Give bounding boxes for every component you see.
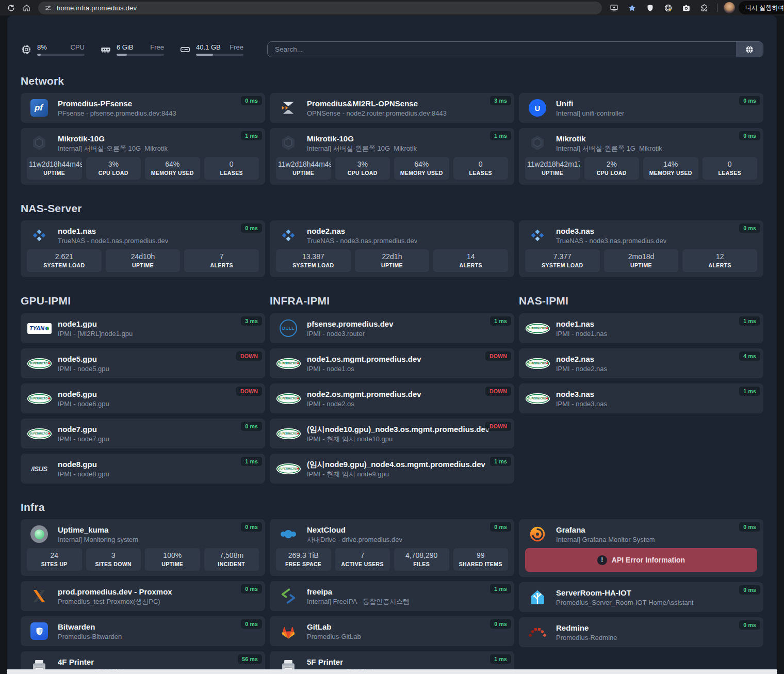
service-card-node1-gpu[interactable]: 3 msTYANnode1.gpuIPMI - [MI2RL]node1.gpu [21, 313, 265, 343]
service-card-serverroom-ha-iot[interactable]: 0 msServerRoom-HA-IOTPromedius_Server_Ro… [519, 582, 763, 612]
service-card-promedius-mi2rl-opnsense[interactable]: 3 msPromedius&MI2RL-OPNSenseOPNSense - n… [270, 93, 514, 123]
stat-value: 7 [337, 551, 388, 560]
service-card-node1-nas[interactable]: 1 msSUPERMICROnode1.nasIPMI - node1.nas [519, 313, 763, 343]
g-circle-icon [664, 4, 673, 12]
service-card-gitlab[interactable]: 0 msGitLabPromedius-GitLab [270, 616, 514, 646]
home-button[interactable] [19, 1, 34, 14]
service-titles: NextCloud사내Drive - drive.promedius.dev [307, 525, 402, 544]
service-title: (임시node10.gpu)_node3.os.mgmt.promedius.d… [307, 424, 489, 434]
service-card-node3-nas[interactable]: 1 msSUPERMICROnode3.nasIPMI - node3.nas [519, 383, 763, 413]
service-card-node3-nas[interactable]: 0 msnode3.nasTrueNAS - node3.nas.promedi… [519, 220, 763, 277]
service-title: node1.nas [556, 319, 607, 329]
service-card-node7-gpu[interactable]: 0 msSUPERMICROnode7.gpuIPMI - node7.gpu [21, 419, 265, 448]
service-card-promedius-pfsense[interactable]: 0 mspfPromedius-PFsensePFsense - pfsense… [21, 93, 265, 123]
camera-icon [682, 4, 691, 12]
service-card-nextcloud[interactable]: 0 msNextCloud사내Drive - drive.promedius.d… [270, 519, 514, 576]
stat-system-load: 13.387SYSTEM LOAD [276, 249, 351, 272]
g-extension-button[interactable] [660, 1, 676, 14]
latency-badge: 0 ms [739, 96, 760, 105]
service-card-node2-nas[interactable]: 4 msSUPERMICROnode2.nasIPMI - node2.nas [519, 348, 763, 378]
stat-sites-up: 24SITES UP [27, 548, 82, 571]
service-titles: node1.os.mgmt.promedius.devIPMI - node1.… [307, 354, 421, 373]
service-titles: Uptime_kumaInternal] Monitoring system [58, 525, 138, 544]
stat-label: ALERTS [186, 262, 257, 269]
stat-value: 2% [586, 159, 638, 169]
stat-uptime: 22d1hUPTIME [355, 249, 430, 272]
search-input[interactable] [268, 42, 736, 57]
service-card-node5-gpu[interactable]: DOWNSUPERMICROnode5.gpuIPMI - node5.gpu [21, 348, 265, 378]
service-card-node2-os-mgmt-promedius-dev[interactable]: DOWNSUPERMICROnode2.os.mgmt.promedius.de… [270, 383, 514, 413]
shield-extension-button[interactable] [642, 1, 658, 14]
service-title: NextCloud [307, 525, 402, 535]
section-grid: 0 mspfPromedius-PFsensePFsense - pfsense… [21, 93, 763, 185]
stat-uptime: 2mo18dUPTIME [604, 249, 679, 272]
camera-extension-button[interactable] [678, 1, 694, 14]
address-bar[interactable]: home.infra.promedius.dev [38, 2, 602, 14]
service-card-mikrotik[interactable]: 0 msMikrotikInternal] 서버실-왼른쪽 1G_Mikroti… [519, 128, 763, 185]
service-card-node8-gpu[interactable]: 1 ms/ISUSnode8.gpuIPMI - node8.gpu [21, 454, 265, 484]
service-title: node2.nas [556, 354, 607, 364]
latency-badge: 0 ms [241, 223, 262, 233]
service-card-grafana[interactable]: 0 msGrafanaInternal] Grafana Monitor Sys… [519, 519, 763, 577]
supermicro-icon: SUPERMICRO [276, 428, 301, 439]
service-subtitle: 사내Drive - drive.promedius.dev [307, 535, 402, 544]
redmine-icon [525, 627, 550, 638]
stat-label: SYSTEM LOAD [29, 262, 100, 269]
restart-to-update-button[interactable]: 다시 실행하여 업데이트 [739, 1, 784, 14]
reload-button[interactable] [3, 1, 19, 14]
service-card-node1-nas[interactable]: 0 msnode1.nasTrueNAS - node1.nas.promedi… [21, 220, 265, 277]
service-card-mikrotik-10g[interactable]: 1 msMikrotik-10GInternal] 서버실-오른쪽 10G_Mi… [21, 128, 265, 185]
latency-badge: 1 ms [241, 131, 262, 140]
latency-badge: DOWN [236, 387, 262, 396]
service-card-freeipa[interactable]: 1 msfreeipaInternal] FreeIPA - 통합인증시스템 [270, 581, 514, 611]
service-card-node9-gpu-node4-os-mgmt-promedius-dev[interactable]: 1 msSUPERMICRO(임시node9.gpu)_node4.os.mgm… [270, 454, 514, 484]
service-title: 5F Printer [307, 657, 373, 667]
service-title: node7.gpu [58, 424, 109, 434]
service-subtitle: Promedius-GitLab [307, 632, 361, 641]
extensions-button[interactable] [696, 1, 712, 14]
service-card-pfsense-promedius-dev[interactable]: 1 msDELLpfsense.promedius.devIPMI - node… [270, 313, 514, 343]
service-titles: Promedius-PFsensePFsense - pfsense.prome… [58, 99, 176, 118]
stat-incident: 7,508mINCIDENT [204, 548, 259, 571]
service-card-uptime-kuma[interactable]: 0 msUptime_kumaInternal] Monitoring syst… [21, 519, 265, 576]
service-card-redmine[interactable]: 0 msRedminePromedius-Redmine [519, 617, 763, 647]
supermicro-icon: SUPERMICRO [525, 358, 550, 369]
browser-toolbar: home.infra.promedius.dev [0, 0, 784, 15]
disk-bar [196, 54, 243, 56]
service-card-node6-gpu[interactable]: DOWNSUPERMICROnode6.gpuIPMI - node6.gpu [21, 383, 265, 413]
service-card-node10-gpu-node3-os-mgmt-promedius-dev[interactable]: DOWNSUPERMICRO(임시node10.gpu)_node3.os.mg… [270, 419, 514, 448]
service-subtitle: IPMI - node7.gpu [58, 435, 109, 443]
search-box [267, 41, 763, 57]
stat-uptime: 24d10hUPTIME [106, 249, 181, 272]
profile-avatar[interactable] [724, 2, 735, 13]
stat-leases: 0LEASES [703, 157, 758, 180]
service-card-prod-promedius-dev-proxmox[interactable]: 0 msprod.promedius.dev - ProxmoxPromediu… [21, 581, 265, 611]
service-titles: prod.promedius.dev - ProxmoxPromedius_te… [58, 587, 172, 606]
bookmark-star-button[interactable] [624, 1, 640, 14]
service-card-mikrotik-10g[interactable]: 1 msMikrotik-10GInternal] 서버실-왼른쪽 10G_Mi… [270, 128, 514, 185]
install-app-button[interactable] [606, 1, 622, 14]
service-card-head: TYANnode1.gpuIPMI - [MI2RL]node1.gpu [27, 318, 259, 338]
service-card-node2-nas[interactable]: node2.nasTrueNAS - node3.nas.promedius.d… [270, 220, 514, 277]
disk-widget: 40.1 GBFree [179, 43, 243, 56]
service-card-unifi[interactable]: 0 msUUnifiInternal] unifi-controller [519, 93, 763, 123]
section-column: INFRA-IPMI1 msDELLpfsense.promedius.devI… [270, 295, 514, 484]
stat-label: SITES DOWN [88, 561, 139, 568]
search-provider-button[interactable] [736, 42, 763, 57]
section-title-nas-server: NAS-Server [21, 202, 763, 215]
site-settings-icon[interactable] [44, 4, 52, 12]
nextcloud-icon [276, 530, 301, 538]
section-title-gpu-ipmi: GPU-IPMI [21, 295, 265, 307]
service-card-head: BitwardenPromedius-Bitwarden [27, 621, 259, 641]
service-title: Bitwarden [58, 622, 122, 632]
service-card-node1-os-mgmt-promedius-dev[interactable]: DOWNSUPERMICROnode1.os.mgmt.promedius.de… [270, 348, 514, 378]
latency-badge: 0 ms [241, 422, 262, 431]
service-titles: (임시node10.gpu)_node3.os.mgmt.promedius.d… [307, 424, 489, 443]
stat-value: 3 [88, 551, 139, 560]
stat-value: 7 [186, 252, 257, 262]
disk-value: 40.1 GB [196, 43, 221, 51]
url-text: home.infra.promedius.dev [57, 4, 137, 12]
service-titles: node3.nasIPMI - node3.nas [556, 389, 607, 408]
service-titles: Mikrotik-10GInternal] 서버실-왼른쪽 10G_Mikrot… [307, 134, 417, 153]
service-card-bitwarden[interactable]: 0 msBitwardenPromedius-Bitwarden [21, 616, 265, 646]
